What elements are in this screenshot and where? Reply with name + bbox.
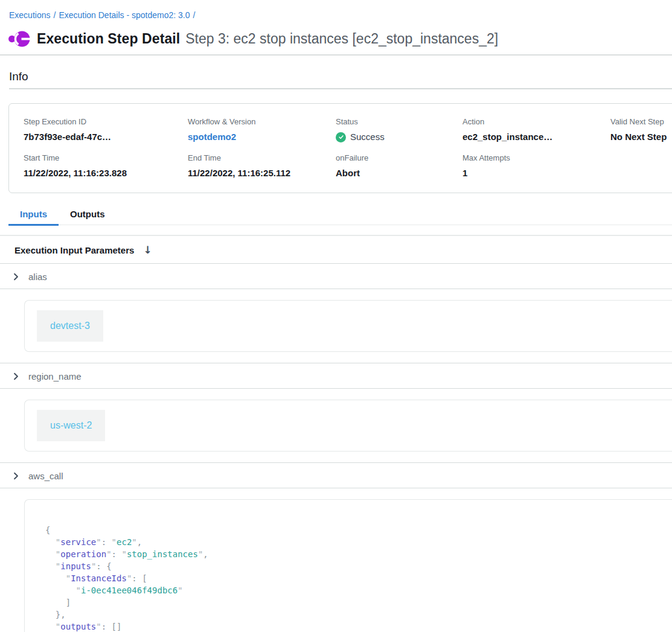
param-panel-aws-call: { "service": "ec2", "operation": "stop_i…: [24, 499, 672, 632]
success-check-icon: [336, 132, 346, 142]
chevron-right-icon: [12, 372, 20, 380]
status-badge: Success: [350, 131, 385, 143]
chevron-right-icon: [12, 273, 20, 281]
workflow-link[interactable]: spotdemo2: [188, 132, 236, 142]
end-time-value: 11/22/2022, 11:16:25.112: [188, 167, 336, 179]
execution-input-parameters-header: Execution Input Parameters ↓: [0, 236, 672, 264]
breadcrumb: Executions/Execution Details - spotdemo2…: [0, 0, 672, 21]
title-divider: [0, 54, 672, 56]
info-heading: Info: [9, 70, 672, 83]
page-title: Execution Step Detail: [37, 31, 180, 47]
breadcrumb-separator: /: [53, 10, 56, 20]
field-valid-next-step: Valid Next Step No Next Step: [610, 117, 672, 143]
info-divider: [9, 88, 672, 89]
param-name: alias: [28, 272, 47, 282]
section-title: Execution Input Parameters: [14, 245, 134, 255]
param-row-alias[interactable]: alias: [0, 264, 672, 289]
app-logo-icon: [8, 31, 30, 47]
param-row-region-name[interactable]: region_name: [0, 363, 672, 389]
alias-value-chip: devtest-3: [37, 310, 103, 342]
region-name-value-chip: us-west-2: [37, 410, 105, 441]
field-action: Action ec2_stop_instance…: [462, 117, 610, 143]
breadcrumb-link-executions[interactable]: Executions: [9, 10, 50, 20]
field-status: Status Success: [336, 117, 462, 143]
step-execution-id-value: 7b73f93e-edaf-47c…: [24, 131, 188, 143]
tab-inputs[interactable]: Inputs: [8, 209, 59, 225]
onfailure-value: Abort: [336, 167, 462, 179]
max-attempts-value: 1: [462, 167, 610, 179]
breadcrumb-link-execution-details[interactable]: Execution Details - spotdemo2: 3.0: [59, 10, 190, 20]
page-subtitle: Step 3: ec2 stop instances [ec2_stop_ins…: [185, 31, 498, 47]
empty-cell: [610, 153, 672, 179]
code-block: { "service": "ec2", "operation": "stop_i…: [45, 524, 672, 632]
field-onfailure: onFailure Abort: [336, 153, 462, 179]
param-name: aws_call: [28, 471, 63, 481]
field-start-time: Start Time 11/22/2022, 11:16:23.828: [24, 153, 188, 179]
sort-down-arrow-icon[interactable]: ↓: [143, 244, 152, 256]
param-name: region_name: [28, 371, 82, 381]
field-step-execution-id: Step Execution ID 7b73f93e-edaf-47c…: [24, 117, 188, 143]
tab-outputs[interactable]: Outputs: [59, 209, 117, 225]
action-value: ec2_stop_instance…: [462, 131, 610, 143]
info-card: Step Execution ID 7b73f93e-edaf-47c… Wor…: [8, 103, 672, 193]
chevron-right-icon: [12, 472, 20, 480]
valid-next-step-value: No Next Step: [610, 131, 672, 143]
field-max-attempts: Max Attempts 1: [462, 153, 610, 179]
param-panel-alias: devtest-3: [24, 300, 672, 352]
page-header: Execution Step Detail Step 3: ec2 stop i…: [8, 31, 672, 47]
param-row-aws-call[interactable]: aws_call: [0, 462, 672, 488]
start-time-value: 11/22/2022, 11:16:23.828: [24, 167, 188, 179]
param-panel-region-name: us-west-2: [24, 400, 672, 452]
field-workflow-version: Workflow & Version spotdemo2: [188, 117, 336, 143]
tabbar: Inputs Outputs: [8, 209, 672, 225]
breadcrumb-separator: /: [193, 10, 196, 20]
field-end-time: End Time 11/22/2022, 11:16:25.112: [188, 153, 336, 179]
